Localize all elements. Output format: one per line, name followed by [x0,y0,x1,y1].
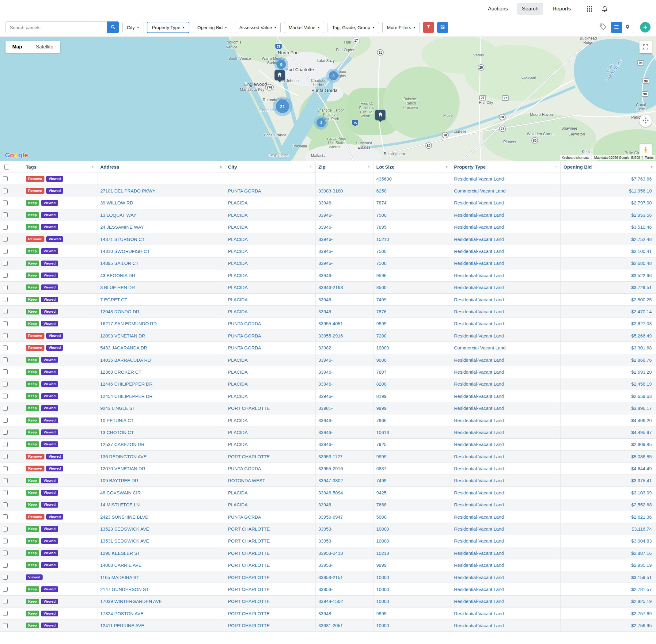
city-link[interactable]: PLACIDA [228,418,248,423]
tag-badge-viewed[interactable]: Viewed [41,273,58,278]
opening-bid-link[interactable]: $2,935.19 [631,562,652,568]
opening-bid-link[interactable]: $2,887.16 [631,551,652,556]
city-link[interactable]: PLACIDA [228,249,248,254]
zip-link[interactable]: 33981-2051 [318,623,343,628]
city-link[interactable]: PLACIDA [228,430,248,435]
opening-bid-link[interactable]: $3,729.51 [631,285,652,290]
lot-size-link[interactable]: 10000 [376,575,389,580]
tag-badge-viewed[interactable]: Viewed [46,466,63,472]
nav-item-reports[interactable]: Reports [547,3,576,15]
zip-link[interactable]: 33953- [318,526,333,531]
property-type-link[interactable]: Residential-Vacant Land [454,237,504,242]
sort-icons[interactable]: ↑↓ [308,165,312,169]
tag-badge-viewed[interactable]: Viewed [41,297,58,302]
opening-bid-link[interactable]: $3,510.46 [631,224,652,230]
address-link[interactable]: 13523 SEDGWICK AVE [100,526,149,531]
tag-badge-keep[interactable]: Keep [26,430,39,435]
zip-link[interactable]: 33946- [318,369,333,374]
column-header-city[interactable]: City↑↓ [225,161,315,172]
parcel-house-marker[interactable] [375,110,385,120]
city-link[interactable]: PORT CHARLOTTE [228,611,270,616]
tag-badge-viewed[interactable]: Viewed [41,321,58,327]
lot-size-link[interactable]: 9599 [376,321,386,326]
zip-link[interactable]: 33948-1502 [318,599,343,604]
address-link[interactable]: 5433 JACARANDA DR [100,345,147,350]
list-view-button[interactable] [611,22,622,33]
tag-badge-viewed[interactable]: Viewed [41,441,58,447]
tag-badge-viewed[interactable]: Viewed [41,393,58,399]
row-checkbox[interactable] [3,394,8,398]
tag-badge-viewed[interactable]: Viewed [41,526,58,532]
tag-badge-keep[interactable]: Keep [26,526,39,532]
cluster-marker[interactable]: 3 [326,69,341,83]
opening-bid-link[interactable]: $2,552.68 [631,502,652,507]
zip-link[interactable]: 33947-3802 [318,478,343,483]
city-link[interactable]: PUNTA GORDA [228,466,261,471]
property-type-link[interactable]: Residential-Vacant Land [454,538,504,544]
opening-bid-link[interactable]: $2,458.19 [631,381,652,387]
zip-link[interactable]: 33946- [318,394,333,399]
opening-bid-link[interactable]: $2,781.57 [631,587,652,592]
column-header-property-type[interactable]: Property Type↑↓ [451,161,561,172]
lot-size-link[interactable]: 435600 [376,176,392,181]
opening-bid-link[interactable]: $2,797.00 [631,200,652,205]
address-link[interactable]: 24 JESSAMINE WAY [100,224,144,230]
city-link[interactable]: PLACIDA [228,260,248,266]
address-link[interactable]: 109 BAYTREE DR [100,478,138,483]
zip-link[interactable]: 33955-2916 [318,333,343,338]
lot-size-link[interactable]: 9596 [376,273,386,278]
row-checkbox[interactable] [3,430,8,435]
tag-badge-remove[interactable]: Remove [26,514,44,520]
tag-badge-viewed[interactable]: Viewed [41,357,58,363]
zip-link[interactable]: 33946- [318,200,333,205]
property-type-link[interactable]: Residential-Vacant Land [454,442,504,447]
tag-badge-keep[interactable]: Keep [26,490,39,496]
lot-size-link[interactable]: 10000 [376,526,389,531]
fullscreen-button[interactable] [639,41,652,53]
address-link[interactable]: 17324 POSTON AVE [100,611,143,616]
row-checkbox[interactable] [3,273,8,278]
row-checkbox[interactable] [3,454,8,459]
lot-size-link[interactable]: 7895 [376,224,386,230]
filter-dropdown-assessed-value[interactable]: Assessed Value▾ [235,22,281,33]
pan-control-button[interactable] [639,115,652,127]
row-checkbox[interactable] [3,623,8,628]
row-checkbox[interactable] [3,358,8,362]
cluster-marker[interactable]: 9 [274,57,288,71]
column-header-opening-bid[interactable]: Opening Bid↑↓ [561,161,656,172]
property-type-link[interactable]: Residential-Vacant Land [454,381,504,387]
lot-size-link[interactable]: 6250 [376,188,386,193]
lot-size-link[interactable]: 10000 [376,623,389,628]
zip-link[interactable]: 33946- [318,260,333,266]
tag-badge-viewed[interactable]: Viewed [26,574,43,580]
tag-badge-viewed[interactable]: Viewed [41,381,58,387]
lot-size-link[interactable]: 7500 [376,249,386,254]
address-link[interactable]: 13 LOQUAT WAY [100,212,136,217]
tag-badge-viewed[interactable]: Viewed [41,562,58,568]
property-type-link[interactable]: Residential-Vacant Land [454,575,504,580]
property-type-link[interactable]: Residential-Vacant Land [454,406,504,411]
zip-link[interactable]: 33953- [318,538,333,544]
filter-dropdown-more-filters[interactable]: More Filters▾ [382,22,420,33]
tag-badge-remove[interactable]: Remove [26,236,44,242]
row-checkbox[interactable] [3,611,8,616]
address-link[interactable]: 12093 VENETIAN DR [100,333,145,338]
lot-size-link[interactable]: 7925 [376,442,386,447]
tag-badge-keep[interactable]: Keep [26,248,39,254]
property-type-link[interactable]: Residential-Vacant Land [454,490,504,495]
tag-badge-keep[interactable]: Keep [26,297,39,302]
tag-badge-viewed[interactable]: Viewed [41,212,58,218]
select-all-checkbox[interactable] [4,165,9,169]
tag-badge-viewed[interactable]: Viewed [41,478,58,484]
tag-badge-remove[interactable]: Remove [26,345,44,351]
row-checkbox[interactable] [3,418,8,423]
property-type-link[interactable]: Residential-Vacant Land [454,611,504,616]
row-checkbox[interactable] [3,188,8,193]
opening-bid-link[interactable]: $4,406.20 [631,418,652,423]
property-type-link[interactable]: Residential-Vacant Land [454,514,504,520]
address-link[interactable]: 12446 CHILIPEPPER DR [100,381,153,387]
filter-dropdown-tag-grade-group[interactable]: Tag, Grade, Group▾ [328,22,379,33]
property-type-link[interactable]: Residential-Vacant Land [454,418,504,423]
row-checkbox[interactable] [3,237,8,242]
row-checkbox[interactable] [3,563,8,568]
